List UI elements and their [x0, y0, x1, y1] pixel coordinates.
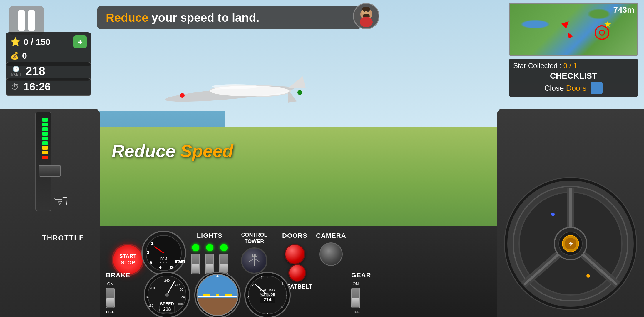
star-collected-label: Star Collected : 0 / 1 [513, 62, 634, 70]
rpm-gauge-area: 1 2 3 4 5 START RPM X 1000 [141, 230, 187, 277]
svg-text:RPM: RPM [160, 257, 167, 260]
airspeed-svg: 240 AIR 60 80 100 120 140 160 180 200 SP… [143, 272, 190, 317]
svg-text:3: 3 [150, 261, 152, 265]
gear-section: GEAR ON OFF [351, 272, 371, 314]
left-panel: ☞ THROTTLE [0, 109, 100, 317]
light-led-1 [192, 244, 199, 251]
led-5 [42, 137, 48, 140]
lights-controls [191, 244, 228, 274]
time-display: ⏱ 16:26 [6, 78, 91, 96]
led-3 [42, 127, 48, 131]
svg-text:180: 180 [145, 295, 150, 299]
brake-on-label: ON [107, 281, 113, 286]
light-toggle-2[interactable] [205, 254, 214, 274]
throttle-leds [42, 118, 49, 200]
brake-label: BRAKE [106, 272, 130, 279]
svg-point-10 [362, 7, 370, 11]
svg-text:AIR: AIR [175, 283, 180, 287]
control-tower-label: CONTROLTOWER [241, 232, 267, 245]
led-9 [42, 156, 48, 159]
light-toggle-3[interactable] [219, 254, 228, 274]
svg-point-14 [360, 17, 373, 27]
brake-section: BRAKE ON OFF [106, 272, 130, 314]
add-stars-button[interactable]: + [73, 35, 87, 48]
checklist-item: Close Doors [544, 84, 586, 93]
distance-display: 743m [613, 5, 634, 15]
throttle-track [35, 112, 51, 211]
lights-label: LIGHTS [191, 232, 228, 240]
gear-toggle[interactable] [351, 288, 360, 308]
direction-arrow: ▲ [558, 14, 575, 32]
svg-text:218: 218 [163, 307, 171, 312]
camera-knob[interactable] [319, 242, 343, 266]
checklist-checkbox[interactable] [591, 82, 603, 94]
gear-label: GEAR [351, 272, 371, 279]
speed-value: 218 [26, 65, 45, 78]
checklist-item-row: Close Doors [513, 82, 634, 94]
reduce-speed-overlay: Reduce Speed [112, 141, 233, 161]
svg-text:214: 214 [264, 297, 272, 302]
lights-section: LIGHTS [191, 232, 228, 274]
svg-point-95 [586, 274, 590, 278]
svg-text:200: 200 [150, 286, 155, 290]
attitude-indicator-area [194, 272, 241, 317]
svg-text:1: 1 [151, 241, 153, 245]
altimeter-svg: 9 8 7 6 5 4 3 2 1 GROUND ALTITUDE 214 [244, 272, 291, 317]
coins-value: 0 [22, 51, 27, 61]
svg-text:160: 160 [148, 304, 153, 307]
instruction-highlight: Reduce [106, 11, 152, 24]
seatbelt-button[interactable] [288, 264, 306, 282]
attitude-svg [194, 272, 241, 317]
svg-text:START: START [175, 260, 185, 263]
doors-section: DOORS [282, 232, 307, 264]
pause-button[interactable] [9, 6, 44, 35]
start-stop-button[interactable]: STARTSTOP [112, 244, 144, 276]
svg-text:SPEED: SPEED [160, 301, 174, 306]
led-2 [42, 123, 48, 126]
throttle-handle[interactable] [39, 165, 61, 177]
stats-panel: ⭐ 0 / 150 + 💰 0 [6, 32, 91, 66]
led-7 [42, 146, 48, 150]
svg-text:3: 3 [247, 295, 249, 299]
right-panel: ✈ [497, 109, 644, 317]
throttle-label: THROTTLE [42, 234, 84, 242]
svg-text:100: 100 [178, 302, 183, 306]
brake-toggle[interactable] [106, 288, 115, 308]
svg-point-49 [165, 293, 169, 297]
control-tower-button[interactable] [241, 247, 267, 274]
hand-cursor-icon: ☞ [53, 191, 69, 211]
start-stop-label: STARTSTOP [119, 253, 137, 266]
svg-text:2: 2 [147, 251, 149, 255]
star-icon: ⭐ [10, 37, 21, 47]
tower-icon [246, 253, 262, 269]
steering-wheel-svg: ✈ [500, 173, 641, 314]
altimeter-gauge-area: 9 8 7 6 5 4 3 2 1 GROUND ALTITUDE 214 [244, 272, 291, 317]
svg-text:5: 5 [170, 265, 173, 269]
brake-off-label: OFF [106, 310, 114, 314]
svg-point-12 [364, 11, 365, 12]
svg-text:4: 4 [159, 265, 161, 269]
svg-point-58 [216, 294, 219, 296]
svg-point-13 [367, 11, 369, 12]
svg-text:5: 5 [267, 312, 268, 316]
svg-line-30 [254, 259, 259, 262]
instruction-banner: Reduce your speed to land. [97, 6, 362, 29]
throttle-section: ☞ THROTTLE [29, 109, 97, 232]
light-led-3 [220, 244, 228, 251]
led-6 [42, 141, 48, 145]
pause-bar-right [28, 10, 35, 31]
instruction-text: your speed to land. [152, 11, 260, 24]
doors-label: DOORS [282, 232, 307, 240]
svg-text:9: 9 [267, 275, 268, 279]
clock-icon: ⏱ [11, 82, 19, 92]
light-toggle-1[interactable] [191, 254, 200, 274]
svg-text:60: 60 [180, 288, 183, 291]
minimap-plane-marker [566, 31, 573, 38]
checklist-title: CHECKLIST [513, 71, 634, 81]
svg-point-94 [551, 213, 555, 216]
speed-unit: KM/H [11, 72, 21, 77]
steering-wheel-area[interactable]: ✈ [500, 173, 641, 314]
doors-button[interactable] [285, 244, 305, 264]
svg-text:✈: ✈ [568, 241, 573, 247]
svg-text:8: 8 [281, 282, 283, 285]
